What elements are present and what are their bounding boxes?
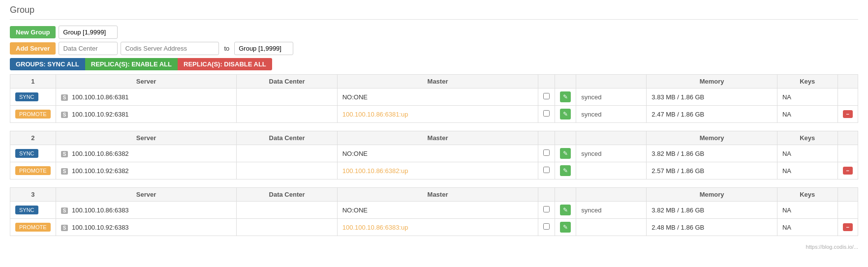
edit-button[interactable]: ✎ <box>560 165 571 176</box>
to-label: to <box>224 45 229 52</box>
row-checkbox[interactable] <box>543 167 550 173</box>
master-cell: 100.100.10.86:6381:up <box>337 106 538 123</box>
data-center-cell <box>237 89 337 106</box>
col-header-action <box>837 131 858 145</box>
master-link[interactable]: 100.100.10.86:6382:up <box>342 167 408 175</box>
action-cell: SYNC <box>10 202 56 219</box>
checkbox-cell[interactable] <box>538 145 555 162</box>
server-tag: S <box>61 225 68 231</box>
footer-link: https://blog.codis.io/... <box>10 244 858 250</box>
master-link[interactable]: 100.100.10.86:6381:up <box>342 111 408 118</box>
status-cell: synced <box>576 89 647 106</box>
col-header-dc: Data Center <box>237 188 337 202</box>
new-group-toolbar: New Group <box>10 26 858 39</box>
remove-cell: − <box>837 162 858 179</box>
new-group-input[interactable] <box>59 26 118 39</box>
group-id-2: 2 <box>10 131 56 145</box>
table-row: PROMOTE S 100.100.10.92:6383 100.100.10.… <box>10 219 858 236</box>
server-address: 100.100.10.86:6382 <box>72 150 129 157</box>
row-checkbox[interactable] <box>543 110 550 117</box>
promote-button[interactable]: PROMOTE <box>15 223 51 232</box>
table-row: SYNC S 100.100.10.86:6382 NO:ONE ✎ synce… <box>10 145 858 162</box>
add-server-button[interactable]: Add Server <box>10 42 56 55</box>
replicas-disable-all-button[interactable]: REPLICA(S): DISABLE ALL <box>178 58 272 70</box>
server-tag: S <box>61 151 68 157</box>
remove-cell <box>837 145 858 162</box>
checkbox-cell[interactable] <box>538 202 555 219</box>
page-container: Group New Group Add Server to GROUPS: SY… <box>0 0 868 255</box>
sync-button[interactable]: SYNC <box>15 92 38 101</box>
server-tag: S <box>61 94 68 101</box>
group-select-input[interactable] <box>234 42 293 55</box>
col-header-server: Server <box>56 188 237 202</box>
master-noonee: NO:ONE <box>342 207 368 214</box>
codis-server-address-input[interactable] <box>121 42 219 55</box>
col-header-action <box>837 75 858 89</box>
sync-button[interactable]: SYNC <box>15 149 38 158</box>
master-cell: NO:ONE <box>337 202 538 219</box>
edit-cell: ✎ <box>555 202 576 219</box>
sync-button[interactable]: SYNC <box>15 206 38 214</box>
server-cell: S 100.100.10.92:6382 <box>56 162 237 179</box>
edit-button[interactable]: ✎ <box>560 222 571 233</box>
remove-button[interactable]: − <box>843 110 853 118</box>
groups-sync-all-button[interactable]: GROUPS: SYNC ALL <box>10 58 85 70</box>
col-header-status <box>576 131 647 145</box>
edit-cell: ✎ <box>555 89 576 106</box>
edit-button[interactable]: ✎ <box>560 148 571 159</box>
col-header-edit <box>555 75 576 89</box>
promote-button[interactable]: PROMOTE <box>15 110 51 119</box>
col-header-chk <box>538 75 555 89</box>
checkbox-cell[interactable] <box>538 219 555 236</box>
page-title: Group <box>10 5 858 20</box>
table-row: PROMOTE S 100.100.10.92:6382 100.100.10.… <box>10 162 858 179</box>
row-checkbox[interactable] <box>543 149 550 156</box>
promote-button[interactable]: PROMOTE <box>15 166 51 175</box>
memory-cell: 3.82 MB / 1.86 GB <box>647 145 777 162</box>
master-noonee: NO:ONE <box>342 150 368 157</box>
row-checkbox[interactable] <box>543 223 550 230</box>
server-tag: S <box>61 112 68 118</box>
edit-button[interactable]: ✎ <box>560 109 571 119</box>
remove-cell: − <box>837 106 858 123</box>
edit-cell: ✎ <box>555 219 576 236</box>
col-header-master: Master <box>337 131 538 145</box>
group-id-1: 1 <box>10 75 56 89</box>
add-server-toolbar: Add Server to <box>10 42 858 55</box>
status-badge: synced <box>581 93 601 101</box>
master-noonee: NO:ONE <box>342 93 368 101</box>
row-checkbox[interactable] <box>543 93 550 99</box>
master-cell: 100.100.10.86:6382:up <box>337 162 538 179</box>
row-checkbox[interactable] <box>543 206 550 212</box>
col-header-keys: Keys <box>777 131 837 145</box>
server-cell: S 100.100.10.86:6383 <box>56 202 237 219</box>
col-header-chk <box>538 188 555 202</box>
action-cell: SYNC <box>10 89 56 106</box>
edit-cell: ✎ <box>555 106 576 123</box>
checkbox-cell[interactable] <box>538 89 555 106</box>
table-row: SYNC S 100.100.10.86:6383 NO:ONE ✎ synce… <box>10 202 858 219</box>
memory-cell: 2.47 MB / 1.86 GB <box>647 106 777 123</box>
new-group-button[interactable]: New Group <box>10 26 56 38</box>
col-header-memory: Memory <box>647 75 777 89</box>
data-center-input[interactable] <box>59 42 118 55</box>
server-cell: S 100.100.10.92:6381 <box>56 106 237 123</box>
checkbox-cell[interactable] <box>538 106 555 123</box>
edit-button[interactable]: ✎ <box>560 91 571 102</box>
remove-cell: − <box>837 219 858 236</box>
action-bar: GROUPS: SYNC ALL REPLICA(S): ENABLE ALL … <box>10 58 858 70</box>
edit-button[interactable]: ✎ <box>560 205 571 215</box>
groups-container: 1 Server Data Center Master Memory Keys … <box>10 74 858 236</box>
master-link[interactable]: 100.100.10.86:6383:up <box>342 224 408 231</box>
keys-cell: NA <box>777 106 837 123</box>
server-cell: S 100.100.10.86:6382 <box>56 145 237 162</box>
master-cell: NO:ONE <box>337 89 538 106</box>
col-header-action <box>837 188 858 202</box>
status-cell <box>576 219 647 236</box>
checkbox-cell[interactable] <box>538 162 555 179</box>
status-cell <box>576 162 647 179</box>
remove-button[interactable]: − <box>843 223 853 231</box>
server-cell: S 100.100.10.86:6381 <box>56 89 237 106</box>
replicas-enable-all-button[interactable]: REPLICA(S): ENABLE ALL <box>85 58 178 70</box>
remove-button[interactable]: − <box>843 167 853 175</box>
